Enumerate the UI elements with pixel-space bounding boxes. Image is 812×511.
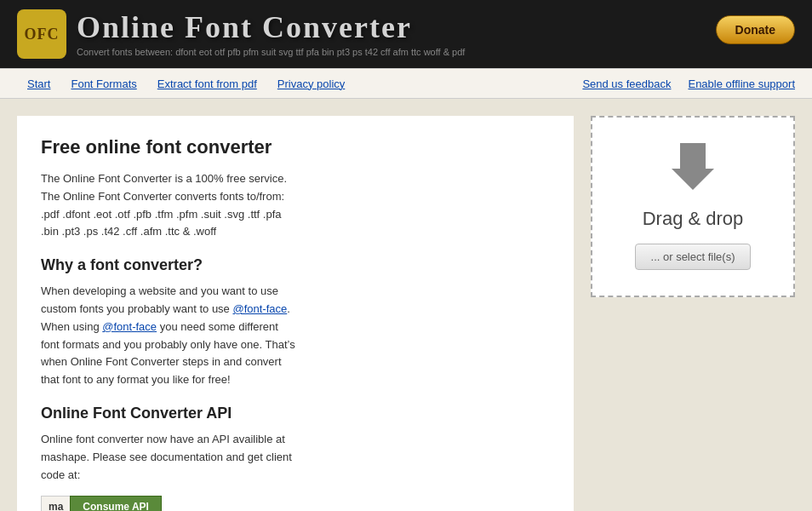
font-face-link-1[interactable]: @font-face: [232, 302, 287, 315]
header-title-area: Online Font Converter Convert fonts betw…: [77, 11, 465, 57]
logo: OFC: [17, 9, 66, 59]
content-left: Free online font converter The Online Fo…: [17, 116, 574, 511]
why-heading: Why a font converter?: [41, 256, 550, 274]
logo-text: OFC: [25, 26, 60, 43]
api-section: Online Font Converter API Online font co…: [41, 405, 550, 511]
ma-badge: ma: [41, 496, 70, 511]
nav-extract-font[interactable]: Extract font from pdf: [147, 71, 267, 97]
nav-feedback[interactable]: Send us feedback: [582, 78, 671, 90]
nav-privacy[interactable]: Privacy policy: [267, 71, 355, 97]
intro-paragraph: The Online Font Converter is a 100% free…: [41, 170, 296, 241]
nav-start[interactable]: Start: [17, 71, 60, 97]
donate-button[interactable]: Donate: [716, 15, 795, 44]
consume-api-row: ma Consume API: [41, 496, 550, 511]
drag-drop-label: Drag & drop: [643, 208, 744, 230]
why-paragraph: When developing a website and you want t…: [41, 283, 296, 389]
site-title: Online Font Converter: [77, 11, 465, 45]
nav-font-formats[interactable]: Font Formats: [60, 71, 146, 97]
nav-left: Start Font Formats Extract font from pdf…: [17, 71, 582, 97]
dropzone[interactable]: Drag & drop ... or select file(s): [591, 116, 795, 297]
drop-arrow-icon: [672, 143, 714, 194]
nav-right: Send us feedback Enable offline support: [582, 78, 795, 90]
navbar: Start Font Formats Extract font from pdf…: [0, 68, 812, 99]
api-paragraph: Online font converter now have an API av…: [41, 431, 296, 484]
main-content: Free online font converter The Online Fo…: [0, 99, 812, 511]
site-subtitle: Convert fonts between: dfont eot otf pfb…: [77, 47, 465, 57]
header: OFC Online Font Converter Convert fonts …: [0, 0, 812, 68]
main-heading: Free online font converter: [41, 136, 550, 158]
nav-offline[interactable]: Enable offline support: [688, 78, 795, 90]
consume-api-button[interactable]: Consume API: [70, 496, 162, 511]
font-face-link-2[interactable]: @font-face: [102, 320, 157, 333]
api-heading: Online Font Converter API: [41, 405, 550, 422]
svg-marker-0: [672, 143, 714, 190]
select-files-button[interactable]: ... or select file(s): [635, 244, 752, 270]
